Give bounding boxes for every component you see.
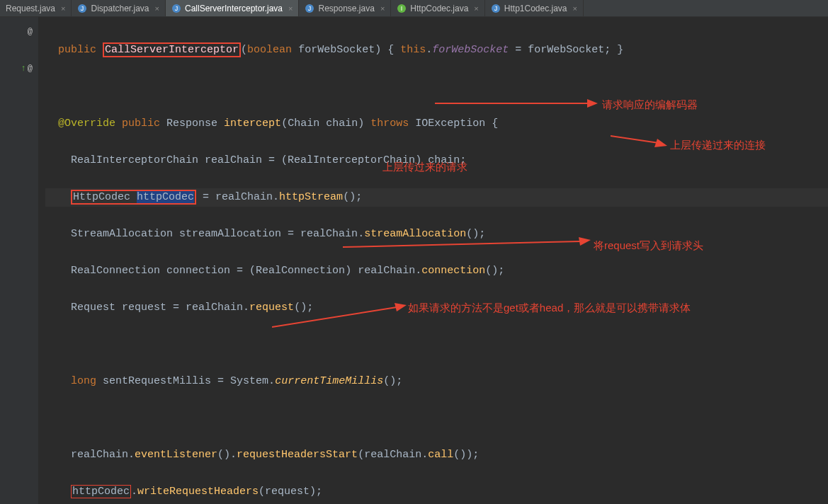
- red-box-httpcodec-decl: HttpCodec httpCodec: [71, 190, 196, 205]
- tab-label: Response.java: [318, 4, 374, 13]
- svg-line-12: [611, 136, 659, 143]
- svg-text:I: I: [401, 5, 403, 12]
- tab-httpcodec[interactable]: I HttpCodec.java ×: [391, 0, 484, 16]
- tab-dispatcher[interactable]: J Dispatcher.java ×: [72, 0, 165, 16]
- svg-marker-13: [654, 139, 667, 147]
- close-icon[interactable]: ×: [155, 4, 159, 13]
- close-icon[interactable]: ×: [61, 4, 65, 13]
- arrow-icon: [435, 96, 598, 110]
- close-icon[interactable]: ×: [573, 4, 577, 13]
- svg-text:J: J: [81, 5, 84, 12]
- tab-label: Request.java: [6, 4, 55, 13]
- annotation-codec: 请求响应的编解码器: [602, 96, 698, 114]
- tab-callserverinterceptor[interactable]: J CallServerInterceptor.java ×: [166, 0, 300, 16]
- java-file-icon: J: [305, 4, 314, 13]
- tab-response[interactable]: J Response.java ×: [299, 0, 391, 16]
- annotation-permitsbody: 如果请求的方法不是get或者head，那么就是可以携带请求体: [408, 299, 691, 317]
- class-name: CallServerInterceptor: [103, 42, 241, 57]
- close-icon[interactable]: ×: [288, 4, 293, 13]
- red-box-httpcodec: httpCodec: [71, 485, 131, 498]
- close-icon[interactable]: ×: [474, 4, 478, 13]
- gutter: @ ↑@: [0, 17, 38, 504]
- svg-text:J: J: [175, 5, 178, 12]
- java-file-icon: I: [397, 4, 407, 13]
- highlighted-line: HttpCodec httpCodec = realChain.httpStre…: [45, 188, 828, 207]
- tab-http1codec[interactable]: J Http1Codec.java ×: [485, 0, 584, 16]
- editor-tabs: Request.java × J Dispatcher.java × J Cal…: [0, 0, 828, 17]
- annotation-writeheaders: 将request写入到请求头: [594, 236, 703, 255]
- tab-label: Dispatcher.java: [91, 4, 149, 13]
- java-file-icon: J: [77, 4, 87, 13]
- svg-marker-11: [587, 99, 598, 108]
- tab-label: Http1Codec.java: [504, 4, 567, 13]
- java-file-icon: J: [171, 4, 181, 13]
- editor: @ ↑@ public CallServerInterceptor(boolea…: [0, 17, 828, 504]
- close-icon[interactable]: ×: [380, 4, 385, 13]
- code-area[interactable]: public CallServerInterceptor(boolean for…: [38, 17, 828, 504]
- java-file-icon: J: [491, 4, 501, 13]
- tab-request[interactable]: Request.java ×: [0, 0, 72, 16]
- gutter-mark-at: ↑@: [0, 59, 38, 78]
- svg-text:J: J: [494, 5, 498, 12]
- gutter-mark-at: @: [0, 23, 38, 41]
- tab-label: HttpCodec.java: [410, 4, 468, 13]
- svg-text:J: J: [308, 5, 312, 12]
- annotation-request: 上层传过来的请求: [382, 158, 467, 176]
- tab-label: CallServerInterceptor.java: [185, 4, 283, 13]
- annotation-connection: 上层传递过来的连接: [670, 136, 766, 154]
